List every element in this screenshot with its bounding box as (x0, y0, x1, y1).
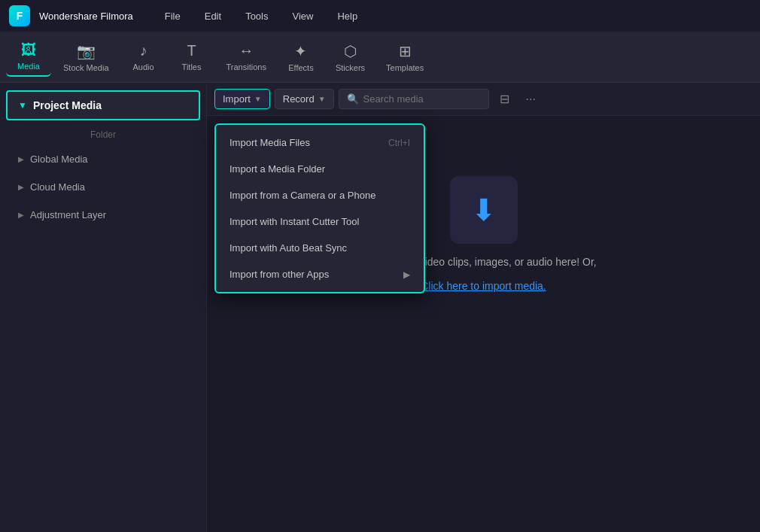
app-name: Wondershare Filmora (39, 11, 133, 22)
import-media-files-label: Import Media Files (230, 137, 310, 148)
import-media-folder-item[interactable]: Import a Media Folder (216, 156, 424, 182)
templates-label: Templates (386, 63, 424, 72)
toolbar-transitions[interactable]: ↔ Transitions (217, 38, 275, 76)
global-media-arrow: ▶ (18, 155, 24, 163)
filter-button[interactable]: ⊟ (494, 89, 515, 109)
menu-help[interactable]: Help (330, 8, 365, 25)
media-label: Media (17, 62, 40, 71)
toolbar-templates[interactable]: ⊞ Templates (377, 38, 433, 77)
transitions-label: Transitions (226, 62, 266, 71)
record-label: Record (283, 93, 315, 105)
titlebar: F Wondershare Filmora File Edit Tools Vi… (0, 0, 760, 32)
toolbar-media[interactable]: 🖼 Media (6, 37, 51, 77)
stickers-icon: ⬡ (344, 42, 357, 60)
import-instant-cutter-label: Import with Instant Cutter Tool (230, 216, 359, 227)
menu-tools[interactable]: Tools (238, 8, 275, 25)
main-area: ▼ Project Media Folder ▶ Global Media ▶ … (0, 83, 760, 532)
menu-edit[interactable]: Edit (197, 8, 229, 25)
import-link[interactable]: Click here to import media. (421, 280, 546, 292)
app-logo: F (9, 5, 30, 26)
stock-media-label: Stock Media (63, 63, 109, 72)
content-area: Import ▼ Record ▼ 🔍 ⊟ ··· Import Media F… (207, 83, 760, 532)
import-media-files-item[interactable]: Import Media Files Ctrl+I (216, 129, 424, 156)
search-box[interactable]: 🔍 (339, 89, 489, 109)
adjustment-layer-label: Adjustment Layer (30, 209, 106, 220)
more-options-button[interactable]: ··· (520, 90, 542, 109)
search-icon: 🔍 (347, 93, 359, 105)
project-media-title: Project Media (33, 99, 102, 111)
toolbar-effects[interactable]: ✦ Effects (278, 38, 324, 77)
templates-icon: ⊞ (399, 42, 412, 60)
import-auto-beat-sync-item[interactable]: Import with Auto Beat Sync (216, 235, 424, 261)
import-camera-phone-label: Import from a Camera or a Phone (230, 190, 375, 201)
effects-icon: ✦ (294, 42, 307, 60)
toolbar-stock-media[interactable]: 📷 Stock Media (54, 38, 118, 77)
stickers-label: Stickers (336, 63, 365, 72)
cloud-media-arrow: ▶ (18, 183, 24, 191)
import-other-apps-item[interactable]: Import from other Apps ▶ (216, 261, 424, 287)
import-other-apps-arrow-icon: ▶ (403, 269, 410, 280)
titles-icon: T (187, 42, 196, 59)
titles-label: Titles (182, 62, 202, 71)
import-dropdown-menu: Import Media Files Ctrl+I Import a Media… (214, 123, 425, 293)
cloud-media-label: Cloud Media (30, 181, 85, 193)
toolbar: 🖼 Media 📷 Stock Media ♪ Audio T Titles ↔… (0, 32, 760, 83)
search-input[interactable] (363, 93, 481, 105)
sidebar-item-cloud-media[interactable]: ▶ Cloud Media (5, 174, 202, 200)
import-chevron-icon: ▼ (254, 95, 262, 103)
sidebar-item-adjustment-layer[interactable]: ▶ Adjustment Layer (5, 202, 202, 228)
sidebar: ▼ Project Media Folder ▶ Global Media ▶ … (0, 83, 207, 532)
record-chevron-icon: ▼ (318, 95, 326, 103)
import-other-apps-label: Import from other Apps (230, 269, 329, 280)
project-media-arrow: ▼ (18, 100, 27, 111)
import-auto-beat-sync-label: Import with Auto Beat Sync (230, 242, 347, 254)
project-media-header[interactable]: ▼ Project Media (6, 90, 200, 120)
audio-label: Audio (132, 62, 154, 71)
stock-media-icon: 📷 (77, 42, 96, 60)
import-download-icon: ⬇ (471, 193, 497, 227)
menu-file[interactable]: File (157, 8, 188, 25)
sidebar-item-global-media[interactable]: ▶ Global Media (5, 146, 202, 172)
toolbar-audio[interactable]: ♪ Audio (121, 38, 166, 76)
audio-icon: ♪ (140, 42, 147, 59)
toolbar-stickers[interactable]: ⬡ Stickers (327, 38, 374, 77)
record-button[interactable]: Record ▼ (275, 89, 334, 109)
media-icon: 🖼 (21, 41, 36, 59)
content-toolbar: Import ▼ Record ▼ 🔍 ⊟ ··· (207, 83, 760, 116)
toolbar-titles[interactable]: T Titles (169, 38, 214, 76)
folder-divider: Folder (0, 125, 206, 144)
import-media-files-shortcut: Ctrl+I (388, 138, 410, 148)
global-media-label: Global Media (30, 154, 88, 165)
import-camera-phone-item[interactable]: Import from a Camera or a Phone (216, 182, 424, 208)
import-label: Import (223, 93, 251, 105)
import-media-folder-label: Import a Media Folder (230, 163, 325, 175)
import-instant-cutter-item[interactable]: Import with Instant Cutter Tool (216, 208, 424, 235)
menu-view[interactable]: View (284, 8, 321, 25)
effects-label: Effects (288, 63, 313, 72)
transitions-icon: ↔ (239, 42, 254, 59)
import-icon-box: ⬇ (450, 176, 518, 244)
import-button[interactable]: Import ▼ (214, 89, 270, 109)
adjustment-layer-arrow: ▶ (18, 211, 24, 219)
